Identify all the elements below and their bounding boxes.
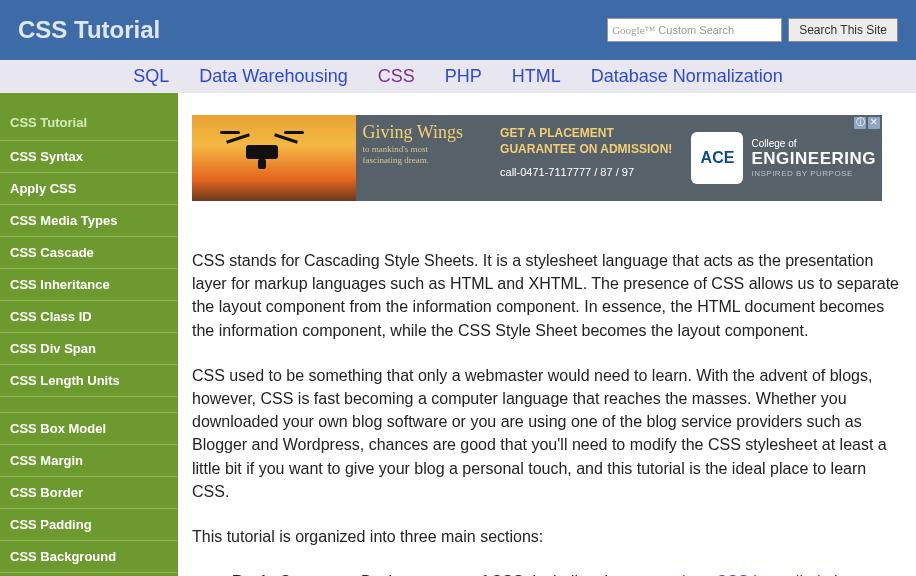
sidebar-item-apply-css[interactable]: Apply CSS xyxy=(0,173,178,205)
topnav-html[interactable]: HTML xyxy=(512,66,561,87)
paragraph-1: CSS stands for Cascading Style Sheets. I… xyxy=(192,249,902,342)
sidebar: CSS Tutorial CSS SyntaxApply CSSCSS Medi… xyxy=(0,93,178,576)
ad-image xyxy=(192,115,356,201)
ad-close-icon[interactable]: ✕ xyxy=(868,117,880,129)
ad-offer: GET A PLACEMENT GUARANTEE ON ADMISSION! … xyxy=(496,115,685,201)
sidebar-item-css-syntax[interactable]: CSS Syntax xyxy=(0,141,178,173)
bullet-basic-concepts: Basic Concepts: Basic concepts of CSS, i… xyxy=(232,570,902,576)
sidebar-item-css-length-units[interactable]: CSS Length Units xyxy=(0,365,178,397)
search-placeholder: Custom Search xyxy=(658,24,734,36)
topnav-database-normalization[interactable]: Database Normalization xyxy=(591,66,783,87)
sidebar-item-css-class-id[interactable]: CSS Class ID xyxy=(0,301,178,333)
sidebar-spacer xyxy=(0,397,178,413)
sidebar-item-css-padding[interactable]: CSS Padding xyxy=(0,509,178,541)
search-input[interactable]: Google™ Custom Search xyxy=(607,18,782,42)
sidebar-item-css-background[interactable]: CSS Background xyxy=(0,541,178,573)
google-logo-text: Google™ xyxy=(612,24,655,36)
paragraph-3: This tutorial is organized into three ma… xyxy=(192,525,902,548)
topnav-php[interactable]: PHP xyxy=(445,66,482,87)
search-button[interactable]: Search This Site xyxy=(788,18,898,42)
paragraph-2: CSS used to be something that only a web… xyxy=(192,364,902,503)
top-nav: SQLData WarehousingCSSPHPHTMLDatabase No… xyxy=(0,60,916,93)
ace-badge: ACE xyxy=(691,132,743,184)
main-content: Giving Wings to mankind's mostfascinatin… xyxy=(178,93,916,576)
search-area: Google™ Custom Search Search This Site xyxy=(607,18,898,42)
ad-banner[interactable]: Giving Wings to mankind's mostfascinatin… xyxy=(192,115,882,201)
topnav-data-warehousing[interactable]: Data Warehousing xyxy=(199,66,347,87)
sidebar-item-css-border[interactable]: CSS Border xyxy=(0,477,178,509)
ad-info-icon[interactable]: ⓘ xyxy=(854,117,866,129)
sidebar-item-css-div-span[interactable]: CSS Div Span xyxy=(0,333,178,365)
topnav-css[interactable]: CSS xyxy=(378,66,415,87)
sidebar-item-css-margin[interactable]: CSS Margin xyxy=(0,445,178,477)
page-title: CSS Tutorial xyxy=(18,16,160,44)
page-header: CSS Tutorial Google™ Custom Search Searc… xyxy=(0,0,916,60)
topnav-sql[interactable]: SQL xyxy=(133,66,169,87)
sidebar-item-css-media-types[interactable]: CSS Media Types xyxy=(0,205,178,237)
sidebar-item-css-inheritance[interactable]: CSS Inheritance xyxy=(0,269,178,301)
sidebar-title[interactable]: CSS Tutorial xyxy=(0,93,178,141)
sidebar-item-css-box-model[interactable]: CSS Box Model xyxy=(0,413,178,445)
drone-icon xyxy=(222,129,302,165)
sidebar-item-css-cascade[interactable]: CSS Cascade xyxy=(0,237,178,269)
ad-slogan: Giving Wings to mankind's mostfascinatin… xyxy=(356,115,496,201)
ad-logo: ACE College of ENGINEERING INSPIRED BY P… xyxy=(685,115,882,201)
